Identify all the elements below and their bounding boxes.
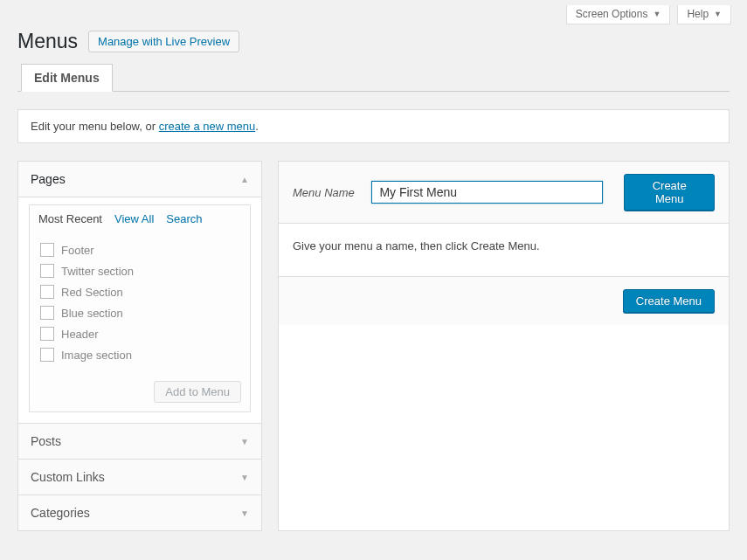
menu-edit-panel: Menu Name Create Menu Give your menu a n… [278,161,730,531]
page-item-label: Red Section [61,286,123,299]
page-checkbox[interactable] [40,264,54,278]
page-checkbox[interactable] [40,285,54,299]
accordion-pages-label: Pages [31,172,66,186]
page-title: Menus [17,30,78,53]
tab-edit-menus[interactable]: Edit Menus [21,64,113,92]
page-item-label: Header [61,328,99,341]
pages-tab-most-recent[interactable]: Most Recent [38,212,102,227]
create-new-menu-link[interactable]: create a new menu [159,120,256,133]
nav-tab-wrapper: Edit Menus [17,64,730,92]
accordion-categories-title[interactable]: Categories ▼ [18,494,261,530]
create-menu-button-top[interactable]: Create Menu [624,174,715,211]
edit-menu-notice: Edit your menu below, or create a new me… [17,109,730,143]
chevron-down-icon: ▼ [240,437,249,446]
chevron-up-icon: ▲ [240,175,249,184]
notice-prefix: Edit your menu below, or [31,120,159,133]
page-item[interactable]: Image section [40,344,239,365]
page-checkbox[interactable] [40,243,54,257]
accordion-pages-title[interactable]: Pages ▲ [18,162,261,197]
accordion-posts-title[interactable]: Posts ▼ [18,423,261,459]
page-item[interactable]: Footer [40,239,239,260]
screen-options-label: Screen Options [576,8,648,20]
chevron-down-icon: ▼ [240,473,249,482]
accordion-posts-label: Posts [31,434,61,448]
menu-body-text: Give your menu a name, then click Create… [279,224,729,276]
page-item[interactable]: Header [40,323,239,344]
page-item[interactable]: Blue section [40,302,239,323]
menu-name-input[interactable] [371,181,603,204]
chevron-down-icon: ▼ [240,508,249,518]
menu-name-label: Menu Name [293,186,361,199]
page-item-label: Twitter section [61,265,134,278]
pages-tab-view-all[interactable]: View All [114,212,154,227]
page-item-label: Image section [61,349,132,362]
page-item-label: Blue section [61,307,123,320]
menu-items-accordion: Pages ▲ Most Recent View All Search Foot… [17,161,262,531]
chevron-down-icon: ▼ [714,10,722,18]
screen-options-button[interactable]: Screen Options ▼ [566,5,671,24]
manage-live-preview-button[interactable]: Manage with Live Preview [88,31,239,52]
page-item[interactable]: Red Section [40,281,239,302]
page-checkbox[interactable] [40,306,54,320]
page-item-label: Footer [61,244,94,257]
pages-tab-search[interactable]: Search [166,212,202,227]
add-to-menu-button[interactable]: Add to Menu [154,381,241,403]
accordion-custom-links-label: Custom Links [31,470,105,484]
help-button[interactable]: Help ▼ [677,5,731,24]
page-checkbox[interactable] [40,348,54,362]
page-item[interactable]: Twitter section [40,260,239,281]
notice-suffix: . [255,120,259,133]
create-menu-button-bottom[interactable]: Create Menu [623,289,715,313]
chevron-down-icon: ▼ [653,10,661,18]
accordion-categories-label: Categories [31,506,90,520]
accordion-pages-content: Most Recent View All Search Footer Twitt… [18,197,261,423]
help-label: Help [687,8,709,20]
accordion-custom-links-title[interactable]: Custom Links ▼ [18,459,261,494]
page-checkbox[interactable] [40,327,54,341]
